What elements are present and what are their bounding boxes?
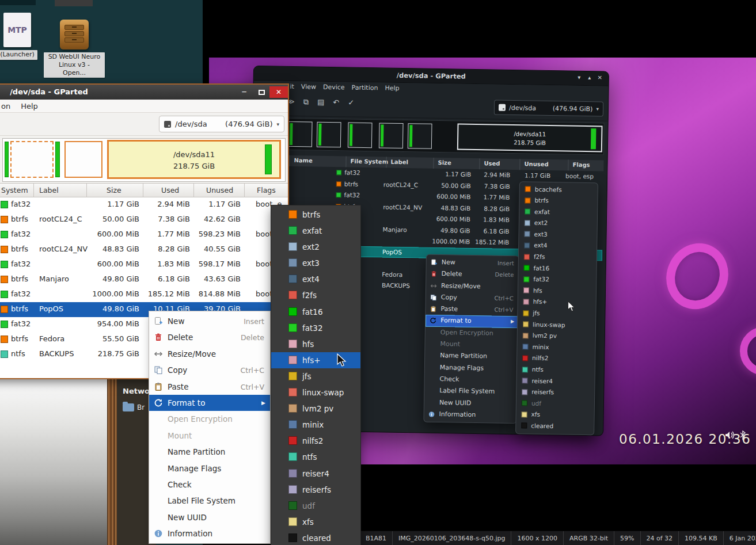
menu-item-name-partition[interactable]: Name Partition [149,444,270,460]
submenu-item-btrfs[interactable]: btrfs [271,207,360,223]
partition-row[interactable]: fat321.17 GiB2.94 MiB1.17 GiBboot, e [0,197,288,212]
menu-item-paste[interactable]: PasteCtrl+V [149,379,270,395]
filesystem-color-icon [288,258,297,267]
desktop-icon-sd-webui[interactable]: SD WebUI Neuro Linux v3 - Open... [44,20,105,78]
titlebar[interactable]: /dev/sda - GParted ─ ✕ [0,85,288,100]
new-icon [431,259,438,266]
filesystem-name: fat32 [11,260,31,268]
partition-block[interactable] [5,142,9,177]
submenu-item-ext2[interactable]: ext2 [271,239,360,255]
menu-item-open-encryption[interactable]: Open Encryption [149,411,270,427]
menu-item-format-to[interactable]: Format to▶ [149,395,270,411]
submenu-item-minix[interactable]: minix [271,417,360,433]
menu-item-information[interactable]: Information [149,525,270,542]
column-separator [433,158,434,169]
menu-item-new[interactable]: NewInsert [149,313,270,329]
chevron-down-icon: ▾ [276,121,279,127]
partition-size: 55.50 GiB [86,334,139,343]
menu-item-label-file-system[interactable]: Label File System [149,493,270,509]
column-header-used[interactable]: Used [484,160,500,166]
partition-used: 6.18 GiB [474,227,510,234]
menu-shortcut: Delete [495,272,514,279]
partition-used: 1.83 MiB [474,216,510,223]
column-header-used[interactable]: Used [161,186,179,195]
partition-block[interactable] [10,141,54,178]
partition-used: 1.77 MiB [474,193,510,201]
partition-row[interactable]: fat32600.00 MiB1.77 MiB598.23 MiBboot, e [0,227,288,242]
menu-item-label: Manage Flags [440,364,484,372]
column-header-file-system[interactable]: File System [350,158,388,165]
submenu-item-cleared[interactable]: cleared [271,530,360,545]
menu-help[interactable]: Help [21,102,38,110]
partition-size: 600.00 MiB [422,215,470,223]
partition-size: 49.80 GiB [422,226,470,234]
submenu-item-label: fat32 [533,276,549,283]
partition-size: 50.00 GiB [86,215,139,223]
desktop-icon-launcher[interactable]: MTP (Launcher) [0,13,39,60]
menu-item-resize-move: Resize/Move [426,280,518,293]
partition-row[interactable]: fat321000.00 MiB185.12 MiB814.88 MiBboot… [0,287,288,302]
submenu-item-ext3[interactable]: ext3 [271,255,360,271]
partition-size: 1000.00 MiB [86,289,139,298]
menu-item-resize-move[interactable]: Resize/Move [149,346,270,362]
menu-item-label-file-system: Label File System [424,385,516,398]
column-separator [244,184,245,197]
submenu-item-ntfs[interactable]: ntfs [271,449,360,465]
column-header-name[interactable]: Name [294,157,312,164]
submenu-item-label: btrfs [302,210,320,219]
filesystem-color-icon [523,299,529,304]
status-segment: 24 of 32 [641,531,679,545]
partition-block[interactable] [55,142,60,177]
menu-item-mount[interactable]: Mount [149,428,270,444]
menu-item-check[interactable]: Check [149,477,270,493]
submenu-item-exfat[interactable]: exfat [271,223,360,239]
column-header-size[interactable]: Size [107,186,121,195]
column-separator [479,158,480,169]
submenu-item-xfs[interactable]: xfs [271,514,360,530]
submenu-item-reiserfs[interactable]: reiserfs [271,482,360,498]
column-header-label[interactable]: Label [39,186,59,195]
menu-item-new-uuid[interactable]: New UUID [149,509,270,525]
column-header-unused[interactable]: Unused [524,161,548,167]
info-icon [428,411,435,418]
submenu-item-label: hfs+ [533,298,548,305]
partition-row[interactable]: fat32600.00 MiB1.83 MiB598.17 MiBboot, e [0,257,288,272]
column-header-size[interactable]: Size [438,159,451,166]
column-header-flags[interactable]: Flags [257,186,276,195]
menu-partition: Partition [351,84,378,94]
submenu-item-linux-swap[interactable]: linux-swap [271,384,360,401]
submenu-item-udf[interactable]: udf [271,498,360,514]
partition-block[interactable] [64,141,102,178]
submenu-item-fat32[interactable]: fat32 [271,320,360,336]
minimize-button[interactable]: ─ [237,86,251,98]
column-header-system[interactable]: System [1,186,28,195]
maximize-button[interactable] [254,86,268,98]
column-header-flags[interactable]: Flags [572,162,590,168]
partition-block-sda11[interactable]: /dev/sda11 218.75 GiB [107,140,281,179]
submenu-item-hfs[interactable]: hfs [271,336,360,352]
menu-item-copy[interactable]: CopyCtrl+C [149,362,270,378]
submenu-item-f2fs[interactable]: f2fs [271,287,360,303]
submenu-item-ext4[interactable]: ext4 [271,271,360,287]
submenu-item-nilfs2[interactable]: nilfs2 [271,433,360,449]
column-header-label[interactable]: Label [390,159,408,165]
partition-row-rootcl24-c[interactable]: btrfsrootCL24_C50.00 GiB7.38 GiB42.62 Gi… [0,212,288,227]
partition-row-manjaro[interactable]: btrfsManjaro49.80 GiB6.18 GiB43.63 GiB [0,272,288,287]
submenu-item-label: f2fs [534,253,545,260]
device-selector[interactable]: /dev/sda (476.94 GiB) ▾ [159,116,284,132]
close-button[interactable]: ✕ [269,86,288,98]
submenu-item-fat16[interactable]: fat16 [271,304,360,320]
column-header-unused[interactable]: Unused [206,186,233,195]
filesystem-color-icon [522,389,527,395]
menu-on[interactable]: on [1,102,10,110]
submenu-item-reiser4[interactable]: reiser4 [271,466,360,482]
submenu-item-udf: udf [516,398,594,410]
partition-row-rootcl24-nv[interactable]: btrfsrootCL24_NV48.83 GiB8.28 GiB40.55 G… [0,242,288,257]
menu-item-label: Mount [168,431,192,440]
submenu-item-jfs[interactable]: jfs [271,368,360,384]
submenu-item-label: exfat [534,208,550,215]
menu-item-manage-flags[interactable]: Manage Flags [149,460,270,477]
info-icon [154,529,163,538]
submenu-item-lvm2-pv[interactable]: lvm2 pv [271,401,360,417]
menu-item-delete[interactable]: DeleteDelete [149,329,270,345]
